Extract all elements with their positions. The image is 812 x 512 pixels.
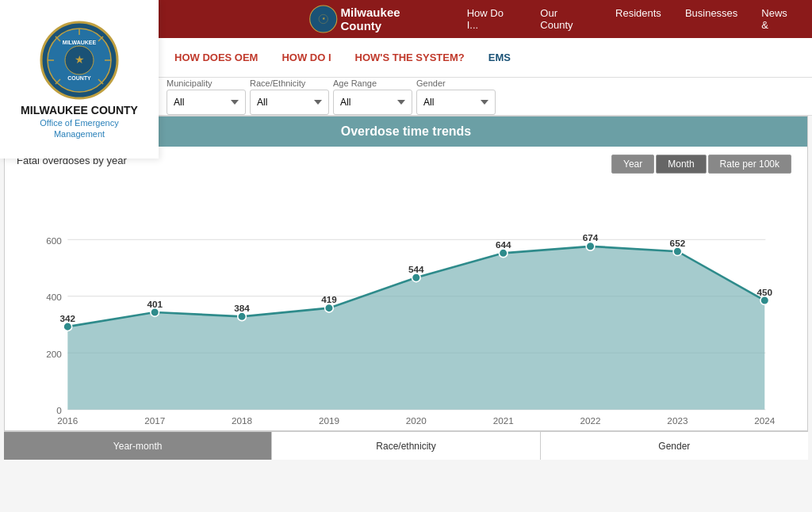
sec-nav-hows-the-system[interactable]: HOW'S THE SYSTEM? — [355, 52, 465, 63]
svg-text:2021: 2021 — [493, 415, 514, 426]
svg-text:2019: 2019 — [319, 415, 339, 426]
svg-point-24 — [63, 323, 72, 331]
svg-text:600: 600 — [46, 235, 62, 246]
svg-text:674: 674 — [583, 232, 599, 243]
tab-year-month-label: Year-month — [113, 441, 163, 452]
svg-point-28 — [412, 273, 420, 282]
tab-year-month[interactable]: Year-month — [4, 432, 272, 460]
svg-text:644: 644 — [496, 239, 511, 250]
tab-gender-label: Gender — [658, 441, 690, 452]
nav-link-how-do-i[interactable]: How Do I... — [467, 7, 517, 31]
filter-gender-group: Gender All — [416, 78, 496, 115]
svg-point-26 — [238, 312, 247, 321]
tab-gender[interactable]: Gender — [541, 432, 808, 460]
chart-btn-year[interactable]: Year — [611, 155, 654, 174]
filter-race-group: Race/Ethnicity All — [250, 78, 329, 115]
svg-point-25 — [151, 308, 159, 317]
top-navigation: MILWAUKEE COUNTY ★ MILWAUKEE COUNTY Offi… — [0, 0, 812, 38]
svg-text:2016: 2016 — [57, 415, 78, 426]
filter-municipality-label: Municipality — [167, 78, 246, 88]
svg-text:0: 0 — [56, 405, 62, 415]
nav-county-name: Milwaukee County — [341, 6, 443, 32]
overdose-chart-container: Overdose time trends Fatal overdoses by … — [4, 116, 808, 431]
nav-link-news[interactable]: News & — [761, 7, 796, 31]
svg-text:400: 400 — [46, 292, 62, 302]
svg-point-31 — [673, 247, 682, 256]
svg-text:419: 419 — [321, 294, 337, 304]
filter-age-label: Age Range — [333, 78, 412, 88]
sidebar-subtitle-2: Management — [54, 129, 105, 139]
filter-gender-select[interactable]: All — [416, 90, 496, 115]
nav-link-our-county[interactable]: Our County — [540, 7, 592, 31]
filter-municipality-select[interactable]: All — [167, 90, 246, 115]
bottom-tabs: Year-month Race/ethnicity Gender — [4, 431, 808, 460]
sidebar-county-title: MILWAUKEE COUNTY — [21, 104, 138, 117]
chart-btn-month[interactable]: Month — [656, 155, 706, 174]
filter-race-label: Race/Ethnicity — [250, 78, 329, 88]
chart-svg-area: 0 200 400 600 — [17, 173, 795, 426]
svg-point-29 — [499, 249, 508, 258]
line-chart-svg: 0 200 400 600 — [17, 173, 795, 426]
nav-link-residents[interactable]: Residents — [615, 7, 661, 31]
svg-text:401: 401 — [147, 299, 163, 309]
svg-text:2017: 2017 — [144, 415, 165, 426]
filter-age-group: Age Range All — [333, 78, 412, 115]
svg-text:384: 384 — [234, 303, 250, 313]
chart-body: Fatal overdoses by year Year Month Rate … — [5, 147, 807, 430]
filter-race-select[interactable]: All — [250, 90, 329, 115]
sidebar-logo-area: MILWAUKEE COUNTY ★ MILWAUKEE COUNTY Offi… — [0, 0, 159, 159]
svg-text:2023: 2023 — [667, 415, 688, 426]
svg-text:200: 200 — [46, 349, 62, 359]
nav-links-container: How Do I... Our County Residents Busines… — [467, 7, 796, 31]
svg-text:COUNTY: COUNTY — [67, 75, 91, 81]
sidebar-subtitle-1: Office of Emergency — [40, 118, 118, 128]
nav-seal-icon: ★ — [309, 5, 338, 33]
svg-text:652: 652 — [670, 238, 686, 248]
chart-btn-rate[interactable]: Rate per 100k — [708, 155, 791, 174]
tab-race-ethnicity-label: Race/ethnicity — [376, 441, 435, 452]
svg-text:544: 544 — [408, 264, 424, 274]
svg-point-30 — [586, 242, 595, 250]
svg-text:450: 450 — [756, 287, 772, 297]
svg-text:2020: 2020 — [406, 415, 427, 426]
nav-link-businesses[interactable]: Businesses — [685, 7, 737, 31]
svg-text:2024: 2024 — [754, 415, 776, 426]
chart-controls: Year Month Rate per 100k — [611, 155, 791, 174]
svg-text:★: ★ — [75, 53, 85, 66]
svg-point-27 — [325, 304, 334, 312]
tab-race-ethnicity[interactable]: Race/ethnicity — [272, 432, 540, 460]
chart-title: Overdose time trends — [341, 124, 472, 138]
svg-text:2018: 2018 — [232, 415, 253, 426]
svg-text:342: 342 — [60, 313, 76, 323]
county-seal-icon: MILWAUKEE COUNTY ★ — [40, 21, 119, 100]
filter-municipality-group: Municipality All — [167, 78, 246, 115]
svg-text:MILWAUKEE: MILWAUKEE — [63, 40, 97, 45]
sec-nav-how-do-i[interactable]: HOW DO I — [282, 52, 331, 63]
svg-text:2022: 2022 — [580, 415, 600, 426]
sec-nav-ems[interactable]: EMS — [488, 52, 511, 63]
filter-age-select[interactable]: All — [333, 90, 412, 115]
filter-gender-label: Gender — [416, 78, 496, 88]
svg-point-32 — [760, 296, 769, 305]
sec-nav-how-does-oem[interactable]: HOW DOES OEM — [174, 52, 258, 63]
